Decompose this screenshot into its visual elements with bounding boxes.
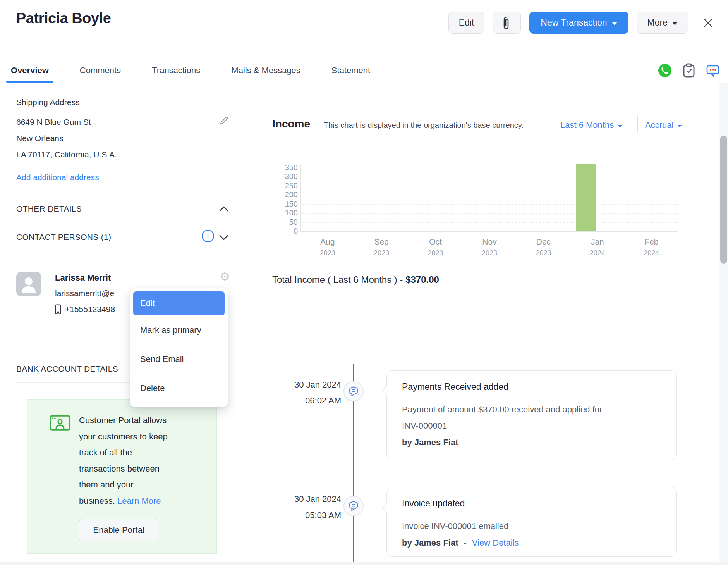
divider <box>637 115 638 133</box>
tab-comments[interactable]: Comments <box>80 58 121 83</box>
top-actions: Edit New Transaction More <box>448 12 714 34</box>
other-details-heading[interactable]: OTHER DETAILS <box>16 204 82 214</box>
timeline-entry-date: 30 Jan 2024 <box>294 380 341 390</box>
menu-item-mark-as-primary[interactable]: Mark as primary <box>133 315 225 345</box>
gridline <box>300 204 678 205</box>
x-axis-label: Oct2023 <box>409 237 462 257</box>
contact-person-context-menu: Edit Mark as primary Send Email Delete <box>130 288 228 407</box>
attachment-button[interactable] <box>493 12 521 34</box>
view-details-link[interactable]: View Details <box>472 538 519 548</box>
edit-button-label: Edit <box>459 17 474 28</box>
new-transaction-button[interactable]: New Transaction <box>529 12 628 34</box>
menu-item-send-email[interactable]: Send Email <box>133 345 225 374</box>
y-axis-line <box>300 164 301 231</box>
contact-person-email: larissamerritt@e <box>55 289 114 298</box>
edit-address-pencil-icon[interactable] <box>219 115 229 127</box>
add-contact-person-icon[interactable] <box>201 229 215 243</box>
divider <box>16 220 229 220</box>
shipping-address-heading: Shipping Address <box>16 98 79 107</box>
chevron-up-icon[interactable] <box>219 206 228 212</box>
timeline-card-title: Invoice updated <box>402 498 669 509</box>
tab-transactions[interactable]: Transactions <box>152 58 200 83</box>
chevron-down-icon <box>672 22 678 25</box>
timeline-comment-icon <box>343 381 364 401</box>
menu-item-delete[interactable]: Delete <box>133 374 225 403</box>
tab-overview[interactable]: Overview <box>11 58 49 83</box>
customer-portal-text: Customer Portal allows your customers to… <box>79 412 168 509</box>
income-bar <box>576 164 596 231</box>
contact-person-phone: +1555123498 <box>55 304 115 314</box>
gear-icon[interactable]: ⚙ <box>220 270 230 283</box>
x-axis-label: Aug2023 <box>300 237 354 257</box>
y-axis-tick-label: 100 <box>260 208 298 217</box>
scrollbar-track <box>719 83 728 565</box>
total-income-amount: $370.00 <box>405 274 439 285</box>
y-axis-tick-label: 250 <box>260 181 298 190</box>
learn-more-link[interactable]: Learn More <box>117 496 161 506</box>
y-axis-tick-label: 350 <box>260 163 298 172</box>
contact-persons-heading[interactable]: CONTACT PERSONS (1) <box>16 233 111 242</box>
shipping-address: 6649 N Blue Gum St New Orleans LA 70117,… <box>16 114 117 163</box>
timeline-card-body: Invoice INV-000001 emailed <box>402 518 669 534</box>
timeline-entry-time: 05:03 AM <box>305 510 341 520</box>
x-axis-label: Feb2024 <box>625 237 678 257</box>
gridline <box>300 222 678 223</box>
customer-portal-box: Customer Portal allows your customers to… <box>27 399 217 554</box>
y-axis-tick-label: 200 <box>260 190 298 199</box>
y-axis-tick-label: 50 <box>260 218 298 227</box>
timeline-entry-date: 30 Jan 2024 <box>294 494 341 504</box>
divider <box>16 253 229 253</box>
y-axis-tick-label: 300 <box>260 172 298 181</box>
accounting-basis-value: Accrual <box>645 120 673 130</box>
mobile-icon <box>55 304 61 314</box>
gridline <box>300 177 678 177</box>
paperclip-icon <box>503 16 511 29</box>
gridline <box>300 195 678 195</box>
x-axis-label: Jan2024 <box>570 237 624 257</box>
gridline <box>300 186 678 186</box>
scrollbar-thumb[interactable] <box>720 136 727 264</box>
chevron-down-icon <box>618 125 622 127</box>
customer-portal-icon <box>50 415 70 432</box>
page-title: Patricia Boyle <box>16 10 111 27</box>
more-button-label: More <box>647 17 668 28</box>
edit-button[interactable]: Edit <box>448 12 485 34</box>
chevron-down-icon <box>677 125 682 127</box>
x-axis-line <box>300 231 678 232</box>
x-axis-label: Sep2023 <box>354 237 408 257</box>
income-chart-title: Income <box>272 118 310 130</box>
add-additional-address-link[interactable]: Add additional address <box>16 173 99 182</box>
page-bottom-edge <box>0 562 728 565</box>
x-axis-label: Nov2023 <box>462 237 516 257</box>
timeline-card-by: by James Fiat - View Details <box>402 538 669 548</box>
avatar <box>16 272 41 298</box>
period-dropdown[interactable]: Last 6 Months <box>560 120 622 130</box>
bank-account-details-heading[interactable]: BANK ACCOUNT DETAILS <box>16 364 118 374</box>
close-icon[interactable] <box>703 17 714 28</box>
tab-mails-messages[interactable]: Mails & Messages <box>231 58 300 83</box>
timeline-comment-icon <box>343 496 364 516</box>
tasks-clipboard-icon[interactable] <box>683 63 695 78</box>
income-chart-note: This chart is displayed in the organizat… <box>324 121 524 130</box>
tabs: Overview Comments Transactions Mails & M… <box>11 58 728 83</box>
y-axis-tick-label: 0 <box>260 227 298 236</box>
whatsapp-icon[interactable] <box>658 64 672 78</box>
overview-main-panel: Income This chart is displayed in the or… <box>244 83 728 565</box>
timeline-card-title: Payments Received added <box>402 382 669 392</box>
chevron-down-icon[interactable] <box>219 235 228 240</box>
timeline-card-by: by James Fiat <box>402 438 669 448</box>
shipping-address-line: New Orleans <box>16 130 117 146</box>
new-transaction-label: New Transaction <box>541 17 607 28</box>
more-button[interactable]: More <box>637 12 688 34</box>
customer-detail-panel: Patricia Boyle Edit New Transaction More… <box>0 0 728 565</box>
chat-icon[interactable] <box>706 64 720 78</box>
tab-bar: Overview Comments Transactions Mails & M… <box>0 58 728 83</box>
menu-item-edit[interactable]: Edit <box>133 291 225 315</box>
enable-portal-button[interactable]: Enable Portal <box>79 519 158 541</box>
timeline-card: Invoice updated Invoice INV-000001 email… <box>386 487 677 557</box>
chevron-down-icon <box>612 22 617 25</box>
tab-statement[interactable]: Statement <box>331 58 370 83</box>
total-income-line: Total Income ( Last 6 Months ) - $370.00 <box>272 274 439 285</box>
timeline-card: Payments Received added Payment of amoun… <box>386 370 677 460</box>
panel-edge-line <box>677 83 677 565</box>
